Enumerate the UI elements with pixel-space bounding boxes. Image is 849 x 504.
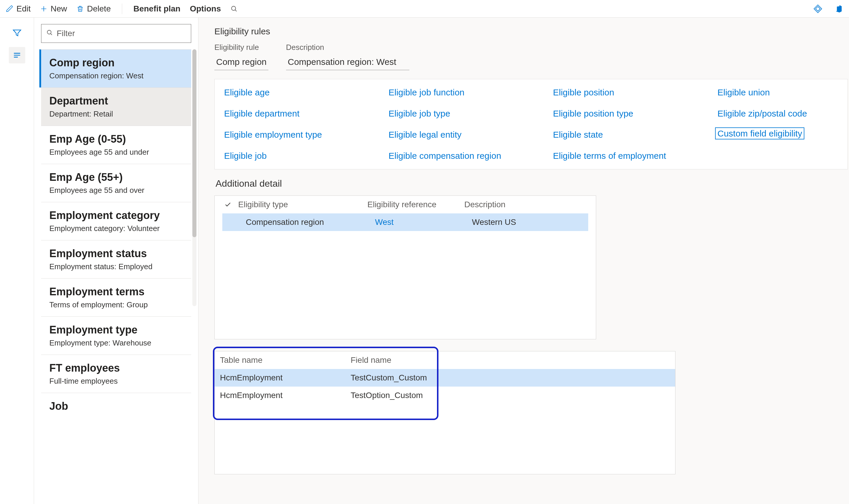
cell-table: HcmEmployment xyxy=(220,373,351,382)
rule-title: FT employees xyxy=(49,362,184,374)
link-custom-field-eligibility[interactable]: Custom field eligibility xyxy=(715,127,804,140)
toolbar-left: Edit New Delete Benefit plan Options xyxy=(6,3,238,14)
rule-sub: Compensation region: West xyxy=(49,71,184,80)
left-rail xyxy=(0,18,34,504)
rule-sub: Department: Retail xyxy=(49,109,184,119)
sidebar: Comp region Compensation region: West De… xyxy=(34,18,198,504)
toolbar-right xyxy=(813,4,843,14)
col-table-name[interactable]: Table name xyxy=(220,356,351,365)
rule-sub: Terms of employment: Group xyxy=(49,300,184,309)
rule-item-job[interactable]: Job xyxy=(41,393,191,422)
field-value[interactable]: Compensation region: West xyxy=(286,54,409,70)
rule-title: Employment type xyxy=(49,324,184,336)
field-value[interactable]: Comp region xyxy=(214,54,268,70)
rule-item-comp-region[interactable]: Comp region Compensation region: West xyxy=(39,49,191,88)
rule-item-employment-status[interactable]: Employment status Employment status: Emp… xyxy=(41,240,191,278)
custom-row[interactable]: HcmEmployment TestOption_Custom xyxy=(215,386,675,404)
scrollbar-thumb[interactable] xyxy=(192,49,196,237)
rule-title: Emp Age (0-55) xyxy=(49,133,184,145)
header-fields: Eligibility rule Comp region Description… xyxy=(214,43,849,70)
office-icon[interactable] xyxy=(834,4,843,14)
link-eligible-age[interactable]: Eligible age xyxy=(222,86,386,98)
benefit-plan-label: Benefit plan xyxy=(133,4,180,14)
toolbar-separator xyxy=(122,3,122,14)
col-eligibility-reference[interactable]: Eligibility reference xyxy=(367,200,464,209)
rule-title: Job xyxy=(49,400,184,412)
link-eligible-job-function[interactable]: Eligible job function xyxy=(386,86,551,98)
field-label: Eligibility rule xyxy=(214,43,268,52)
link-eligible-compensation-region[interactable]: Eligible compensation region xyxy=(386,150,551,162)
filter-rail-button[interactable] xyxy=(9,25,25,41)
link-eligible-union[interactable]: Eligible union xyxy=(715,86,844,98)
link-eligible-zip[interactable]: Eligible zip/postal code xyxy=(715,107,844,120)
link-eligible-job-type[interactable]: Eligible job type xyxy=(386,107,551,120)
filter-input[interactable] xyxy=(57,29,186,38)
main: Eligibility rules Eligibility rule Comp … xyxy=(198,18,849,504)
list-rail-button[interactable] xyxy=(9,47,25,64)
cell-desc: Western US xyxy=(472,217,585,227)
eligibility-links-card: Eligible age Eligible job function Eligi… xyxy=(214,79,848,169)
toolbar: Edit New Delete Benefit plan Options xyxy=(0,0,849,18)
rule-sub: Employment type: Warehouse xyxy=(49,339,184,347)
rule-sub: Employment status: Employed xyxy=(49,262,184,271)
additional-detail-title: Additional detail xyxy=(215,178,849,189)
rule-sub: Full-time employees xyxy=(49,377,184,386)
cell-table: HcmEmployment xyxy=(220,391,351,400)
edit-button[interactable]: Edit xyxy=(6,4,31,14)
rule-item-emp-age-0-55[interactable]: Emp Age (0-55) Employees age 55 and unde… xyxy=(41,126,191,164)
link-eligible-job[interactable]: Eligible job xyxy=(222,150,386,162)
rule-sub: Employment category: Volunteer xyxy=(49,224,184,233)
delete-label: Delete xyxy=(87,4,111,14)
detail-grid-header: Eligibility type Eligibility reference D… xyxy=(215,196,596,213)
link-eligible-terms-of-employment[interactable]: Eligible terms of employment xyxy=(551,150,715,162)
filter-box[interactable] xyxy=(41,24,191,43)
search-button[interactable] xyxy=(230,5,238,13)
new-label: New xyxy=(51,4,67,14)
rule-item-ft-employees[interactable]: FT employees Full-time employees xyxy=(41,355,191,393)
eligibility-link-grid: Eligible age Eligible job function Eligi… xyxy=(215,79,848,169)
custom-grid-header: Table name Field name xyxy=(215,352,675,369)
diamond-icon[interactable] xyxy=(813,4,823,14)
page-title: Eligibility rules xyxy=(214,26,849,36)
link-eligible-state[interactable]: Eligible state xyxy=(551,129,715,141)
col-eligibility-type[interactable]: Eligibility type xyxy=(238,200,367,209)
options-button[interactable]: Options xyxy=(190,4,221,14)
rule-title: Employment status xyxy=(49,248,184,260)
detail-row[interactable]: Compensation region West Western US xyxy=(222,213,588,231)
additional-detail-grid: Eligibility type Eligibility reference D… xyxy=(214,196,596,339)
rule-item-department[interactable]: Department Department: Retail xyxy=(41,88,191,126)
search-icon xyxy=(230,5,238,13)
new-button[interactable]: New xyxy=(40,4,67,14)
options-label: Options xyxy=(190,4,221,14)
benefit-plan-button[interactable]: Benefit plan xyxy=(133,4,180,14)
col-field-name[interactable]: Field name xyxy=(351,356,670,365)
field-label: Description xyxy=(286,43,409,52)
plus-icon xyxy=(40,5,48,13)
rule-item-emp-age-55-plus[interactable]: Emp Age (55+) Employees age 55 and over xyxy=(41,164,191,202)
check-icon[interactable] xyxy=(218,201,238,208)
custom-row[interactable]: HcmEmployment TestCustom_Custom xyxy=(215,369,675,386)
rule-item-employment-terms[interactable]: Employment terms Terms of employment: Gr… xyxy=(41,278,191,317)
link-eligible-department[interactable]: Eligible department xyxy=(222,107,386,120)
cell-field: TestCustom_Custom xyxy=(351,373,670,382)
trash-icon xyxy=(76,5,84,13)
body: Comp region Compensation region: West De… xyxy=(0,18,849,504)
rule-title: Department xyxy=(49,95,184,107)
rule-title: Employment terms xyxy=(49,286,184,298)
rule-title: Emp Age (55+) xyxy=(49,171,184,183)
rule-sub: Employees age 55 and under xyxy=(49,148,184,157)
rule-sub: Employees age 55 and over xyxy=(49,186,184,195)
rule-item-employment-type[interactable]: Employment type Employment type: Warehou… xyxy=(41,317,191,355)
col-description[interactable]: Description xyxy=(464,200,593,209)
rule-list: Comp region Compensation region: West De… xyxy=(41,49,191,422)
pencil-icon xyxy=(6,5,14,13)
link-eligible-position-type[interactable]: Eligible position type xyxy=(551,107,715,120)
link-eligible-legal-entity[interactable]: Eligible legal entity xyxy=(386,129,551,141)
cell-field: TestOption_Custom xyxy=(351,391,670,400)
link-eligible-employment-type[interactable]: Eligible employment type xyxy=(222,129,386,141)
rule-item-employment-category[interactable]: Employment category Employment category:… xyxy=(41,202,191,240)
delete-button[interactable]: Delete xyxy=(76,4,111,14)
eligibility-rule-field: Eligibility rule Comp region xyxy=(214,43,268,70)
cell-ref[interactable]: West xyxy=(375,217,472,227)
link-eligible-position[interactable]: Eligible position xyxy=(551,86,715,98)
